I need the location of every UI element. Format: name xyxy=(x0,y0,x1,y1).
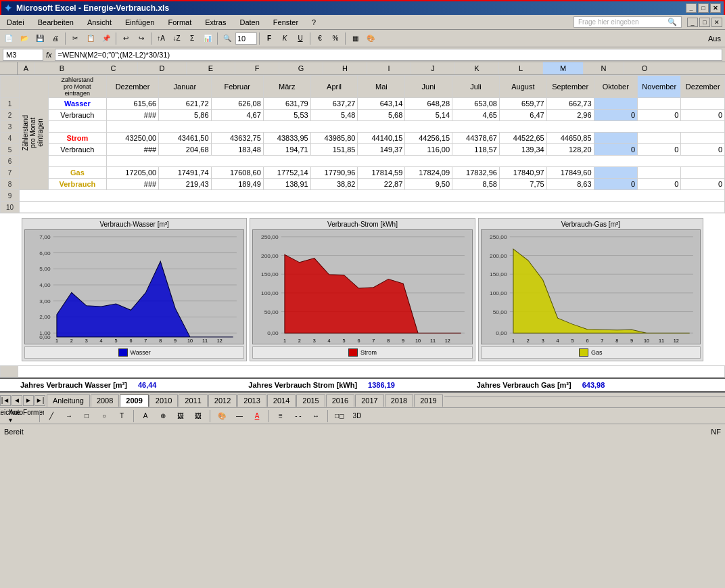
line-tool[interactable]: ╱ xyxy=(44,409,59,424)
cell-g2[interactable]: 637,27 xyxy=(310,98,358,110)
menu-fenster[interactable]: Fenster xyxy=(269,17,302,28)
cell-f6[interactable]: 194,71 xyxy=(263,144,310,156)
sheet-tab-2009[interactable]: 2009 xyxy=(120,394,148,407)
col-header-m[interactable]: M xyxy=(543,62,584,74)
chart-button[interactable]: 📊 xyxy=(200,31,215,46)
3d-button[interactable]: 3D xyxy=(350,409,365,424)
cell-b5[interactable]: Strom xyxy=(48,133,106,144)
menu-extras[interactable]: Extras xyxy=(201,17,230,28)
paste-button[interactable]: 📌 xyxy=(99,31,114,46)
cell-g8[interactable]: 17790,96 xyxy=(310,167,358,179)
formula-input[interactable] xyxy=(55,49,722,61)
cell-h9[interactable]: 22,87 xyxy=(358,179,405,190)
cell-e2[interactable]: 626,08 xyxy=(211,98,263,110)
tab-next-button[interactable]: ► xyxy=(23,395,34,406)
menu-bearbeiten[interactable]: Bearbeiten xyxy=(34,17,78,28)
arrow-tool[interactable]: → xyxy=(62,409,76,424)
app-minimize-button[interactable]: _ xyxy=(687,18,698,27)
cell-b6[interactable]: Verbrauch xyxy=(48,144,106,156)
cell-o2[interactable] xyxy=(681,98,725,110)
cell-f9[interactable]: 138,91 xyxy=(263,179,310,190)
menu-einfuegen[interactable]: Einfügen xyxy=(121,17,158,28)
font-color-button[interactable]: A xyxy=(250,409,264,424)
autoform-button[interactable]: AutoFormen ▾ xyxy=(20,409,35,424)
tab-last-button[interactable]: ►| xyxy=(34,395,45,406)
sheet-tab-2016[interactable]: 2016 xyxy=(326,394,354,407)
currency-button[interactable]: € xyxy=(312,31,327,46)
cell-n3[interactable]: 0 xyxy=(638,110,681,121)
cell-m9[interactable]: 0 xyxy=(594,179,637,190)
cell-k3[interactable]: 6,47 xyxy=(499,110,546,121)
undo-button[interactable]: ↩ xyxy=(118,31,133,46)
col-header-b[interactable]: B xyxy=(35,62,89,74)
cell-d3[interactable]: 5,86 xyxy=(159,110,211,121)
cell-e3[interactable]: 4,67 xyxy=(211,110,263,121)
zoom-out-button[interactable]: 🔍 xyxy=(220,31,235,46)
sheet-tab-2015[interactable]: 2015 xyxy=(296,394,325,407)
cell-g5[interactable]: 43985,80 xyxy=(310,133,358,144)
image-button[interactable]: 🖼 xyxy=(191,409,206,424)
cell-j5[interactable]: 44378,67 xyxy=(452,133,500,144)
sheet-tab-2019[interactable]: 2019 xyxy=(414,394,442,407)
textbox-tool[interactable]: T xyxy=(114,409,129,424)
line-color-button[interactable]: — xyxy=(232,409,247,424)
cell-b2[interactable]: Wasser xyxy=(48,98,106,110)
save-button[interactable]: 💾 xyxy=(32,31,47,46)
cell-j8[interactable]: 17832,96 xyxy=(452,167,500,179)
col-header-n[interactable]: N xyxy=(584,62,624,74)
cell-g9[interactable]: 38,82 xyxy=(310,179,358,190)
app-close-button[interactable]: ✕ xyxy=(711,18,722,27)
rect-tool[interactable]: □ xyxy=(79,409,94,424)
cell-c2[interactable]: 615,66 xyxy=(106,98,158,110)
sheet-tab-2014[interactable]: 2014 xyxy=(267,394,296,407)
cell-f3[interactable]: 5,53 xyxy=(263,110,310,121)
cut-button[interactable]: ✂ xyxy=(68,31,83,46)
app-window-controls[interactable]: _ □ ✕ xyxy=(687,18,722,27)
cell-d6[interactable]: 204,68 xyxy=(159,144,211,156)
cell-i8[interactable]: 17824,09 xyxy=(405,167,452,179)
cell-h3[interactable]: 5,68 xyxy=(358,110,405,121)
cell-e8[interactable]: 17608,60 xyxy=(211,167,263,179)
cell-c8[interactable]: 17205,00 xyxy=(106,167,158,179)
cell-d2[interactable]: 621,72 xyxy=(159,98,211,110)
cell-e9[interactable]: 189,49 xyxy=(211,179,263,190)
cell-b4[interactable] xyxy=(48,121,106,133)
cell-f5[interactable]: 43833,95 xyxy=(263,133,310,144)
cell-n6[interactable]: 0 xyxy=(638,144,681,156)
cell-k9[interactable]: 7,75 xyxy=(499,179,546,190)
cell-m6[interactable]: 0 xyxy=(594,144,637,156)
sort-desc-button[interactable]: ↓Z xyxy=(169,31,184,46)
cell-h5[interactable]: 44140,15 xyxy=(358,133,405,144)
menu-help[interactable]: ? xyxy=(308,17,320,28)
clip-button[interactable]: 🖼 xyxy=(173,409,188,424)
col-header-k[interactable]: K xyxy=(455,62,499,74)
cell-f8[interactable]: 17752,14 xyxy=(263,167,310,179)
cell-k5[interactable]: 44522,65 xyxy=(499,133,546,144)
cell-j6[interactable]: 118,57 xyxy=(452,144,500,156)
print-button[interactable]: 🖨 xyxy=(48,31,63,46)
cell-l3[interactable]: 2,96 xyxy=(546,110,594,121)
menu-format[interactable]: Format xyxy=(164,17,195,28)
sheet-tab-2011[interactable]: 2011 xyxy=(179,394,207,407)
window-controls[interactable]: _ □ ✕ xyxy=(686,3,721,13)
cell-e5[interactable]: 43632,75 xyxy=(211,133,263,144)
cell-d8[interactable]: 17491,74 xyxy=(159,167,211,179)
cell-n5[interactable] xyxy=(638,133,681,144)
borders-button[interactable]: ▦ xyxy=(348,31,362,46)
wordart-button[interactable]: A xyxy=(138,409,153,424)
zoom-input[interactable] xyxy=(235,32,257,45)
cell-h2[interactable]: 643,14 xyxy=(358,98,405,110)
dash-style-button[interactable]: - - xyxy=(291,409,306,424)
close-button[interactable]: ✕ xyxy=(710,3,721,13)
underline-button[interactable]: U xyxy=(293,31,308,46)
cell-c9[interactable]: ### xyxy=(106,179,158,190)
col-header-l[interactable]: L xyxy=(499,62,543,74)
cell-j9[interactable]: 8,58 xyxy=(452,179,500,190)
percent-button[interactable]: % xyxy=(328,31,343,46)
col-header-a[interactable]: A xyxy=(18,62,35,74)
cell-reference-box[interactable]: M3 xyxy=(3,49,43,61)
sheet-tab-2018[interactable]: 2018 xyxy=(385,394,413,407)
cell-d5[interactable]: 43461,50 xyxy=(159,133,211,144)
diagram-button[interactable]: ⊕ xyxy=(156,409,170,424)
cell-k2[interactable]: 659,77 xyxy=(499,98,546,110)
